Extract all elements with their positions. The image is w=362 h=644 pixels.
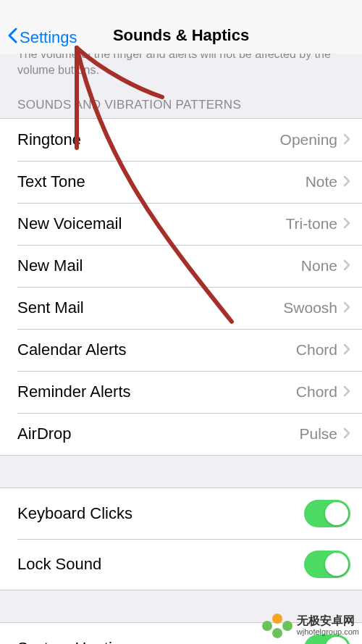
row-label: Text Tone bbox=[17, 172, 85, 191]
row-label: AirDrop bbox=[17, 425, 72, 443]
section-header-sounds: SOUNDS AND VIBRATION PATTERNS bbox=[0, 98, 362, 118]
row-airdrop[interactable]: AirDrop Pulse bbox=[0, 413, 362, 455]
row-value: Swoosh bbox=[283, 299, 337, 317]
chevron-right-icon bbox=[343, 174, 350, 191]
row-system-haptics[interactable]: System Haptics bbox=[0, 623, 362, 644]
section-gap bbox=[0, 590, 362, 622]
row-value: Tri-tone bbox=[285, 215, 337, 233]
row-value: Chord bbox=[296, 383, 337, 401]
row-sent-mail[interactable]: Sent Mail Swoosh bbox=[0, 287, 362, 329]
chevron-right-icon bbox=[343, 258, 350, 275]
back-label: Settings bbox=[20, 28, 77, 47]
row-label: New Voicemail bbox=[17, 214, 122, 233]
sounds-list: Ringtone Opening Text Tone Note New Voic… bbox=[0, 118, 362, 456]
chevron-right-icon bbox=[343, 300, 350, 317]
section-gap bbox=[0, 456, 362, 488]
row-label: Lock Sound bbox=[17, 555, 101, 574]
row-ringtone[interactable]: Ringtone Opening bbox=[0, 119, 362, 161]
row-value: None bbox=[301, 257, 337, 275]
chevron-right-icon bbox=[343, 426, 350, 443]
row-label: Reminder Alerts bbox=[17, 382, 131, 401]
haptics-list: System Haptics bbox=[0, 622, 362, 644]
row-label: Sent Mail bbox=[17, 298, 84, 317]
toggle-knob bbox=[325, 502, 348, 525]
row-reminder-alerts[interactable]: Reminder Alerts Chord bbox=[0, 371, 362, 413]
row-value: Opening bbox=[280, 131, 337, 149]
chevron-right-icon bbox=[343, 384, 350, 401]
toggle-knob bbox=[325, 553, 348, 576]
chevron-left-icon bbox=[7, 28, 17, 48]
row-label: System Haptics bbox=[17, 639, 128, 644]
row-label: Ringtone bbox=[17, 130, 81, 149]
row-lock-sound[interactable]: Lock Sound bbox=[0, 539, 362, 590]
chevron-right-icon bbox=[343, 132, 350, 149]
volume-footer-text: The volume of the ringer and alerts will… bbox=[0, 54, 362, 98]
row-label: Keyboard Clicks bbox=[17, 504, 132, 523]
toggle-lock-sound[interactable] bbox=[304, 551, 350, 578]
toggle-knob bbox=[325, 637, 348, 644]
chevron-right-icon bbox=[343, 342, 350, 359]
content-scroll[interactable]: The volume of the ringer and alerts will… bbox=[0, 54, 362, 644]
toggle-system-haptics[interactable] bbox=[304, 635, 350, 644]
row-keyboard-clicks[interactable]: Keyboard Clicks bbox=[0, 488, 362, 539]
row-label: New Mail bbox=[17, 256, 83, 275]
row-value: Pulse bbox=[299, 425, 337, 443]
row-new-mail[interactable]: New Mail None bbox=[0, 245, 362, 287]
row-value: Note bbox=[306, 173, 337, 191]
chevron-right-icon bbox=[343, 216, 350, 233]
row-new-voicemail[interactable]: New Voicemail Tri-tone bbox=[0, 203, 362, 245]
toggles-list: Keyboard Clicks Lock Sound bbox=[0, 488, 362, 590]
toggle-keyboard-clicks[interactable] bbox=[304, 500, 350, 527]
row-value: Chord bbox=[296, 341, 337, 359]
navbar: Settings Sounds & Haptics bbox=[0, 0, 362, 54]
row-label: Calendar Alerts bbox=[17, 340, 126, 359]
page-title: Sounds & Haptics bbox=[113, 26, 249, 45]
row-calendar-alerts[interactable]: Calendar Alerts Chord bbox=[0, 329, 362, 371]
row-text-tone[interactable]: Text Tone Note bbox=[0, 161, 362, 203]
back-button[interactable]: Settings bbox=[7, 28, 77, 48]
